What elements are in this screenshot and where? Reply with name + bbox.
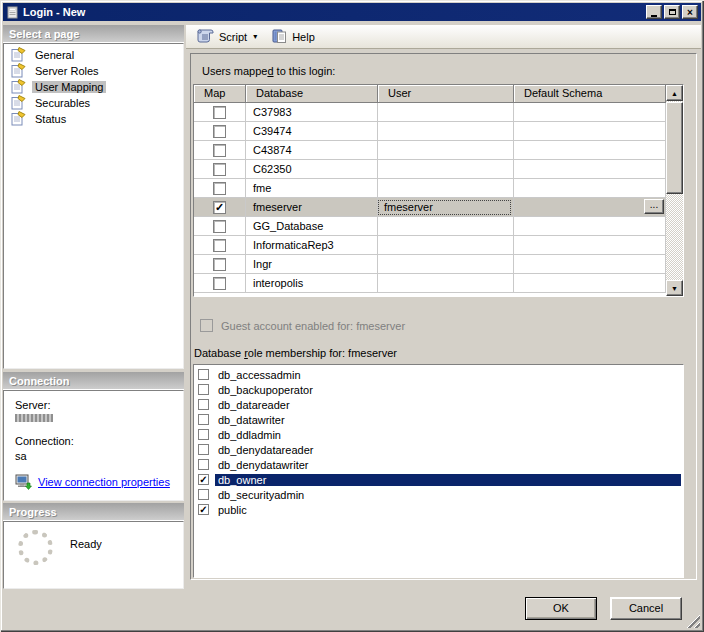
user-edit-cell[interactable]: fmeserver xyxy=(378,200,511,215)
sidebar-item-securables[interactable]: Securables xyxy=(4,95,183,111)
map-checkbox-checked[interactable]: ✓ xyxy=(213,201,226,214)
table-row[interactable]: fme xyxy=(194,179,683,198)
role-item[interactable]: db_securityadmin xyxy=(194,487,683,502)
role-checkbox[interactable] xyxy=(198,399,209,410)
sidebar-item-label: Server Roles xyxy=(32,65,102,77)
page-list: General Server Roles User Mapping Secura… xyxy=(3,43,184,369)
help-button[interactable]: Help xyxy=(267,26,319,48)
column-header-database[interactable]: Database xyxy=(246,85,378,103)
map-checkbox[interactable] xyxy=(213,106,226,119)
database-cell: InformaticaRep3 xyxy=(246,236,378,255)
user-cell[interactable] xyxy=(378,217,514,236)
schema-cell[interactable] xyxy=(514,122,666,141)
map-checkbox[interactable] xyxy=(213,144,226,157)
grid-scrollbar[interactable]: ▲ ▼ xyxy=(666,85,683,296)
script-button[interactable]: Script ▾ xyxy=(193,26,261,47)
role-item[interactable]: db_ddladmin xyxy=(194,427,683,442)
map-checkbox[interactable] xyxy=(213,239,226,252)
role-label: db_backupoperator xyxy=(215,384,316,396)
role-checkbox[interactable] xyxy=(198,444,209,455)
schema-cell[interactable] xyxy=(514,179,666,198)
role-checkbox[interactable] xyxy=(198,429,209,440)
role-checkbox-checked[interactable]: ✓ xyxy=(198,474,209,485)
user-mapping-grid: Map Database User Default Schema C37983 … xyxy=(193,84,684,297)
map-checkbox[interactable] xyxy=(213,163,226,176)
role-membership-list: db_accessadmin db_backupoperator db_data… xyxy=(193,364,684,578)
maximize-button[interactable] xyxy=(664,5,680,19)
user-cell[interactable] xyxy=(378,179,514,198)
ok-button[interactable]: OK xyxy=(525,597,597,620)
schema-cell[interactable] xyxy=(514,274,666,293)
scroll-down-button[interactable]: ▼ xyxy=(666,280,683,296)
user-mapping-page: Users mapped to this login: Map Database… xyxy=(190,53,697,580)
role-item[interactable]: ✓ public xyxy=(194,502,683,517)
schema-cell[interactable] xyxy=(514,103,666,122)
map-checkbox[interactable] xyxy=(213,220,226,233)
map-checkbox[interactable] xyxy=(213,125,226,138)
user-cell[interactable] xyxy=(378,236,514,255)
role-checkbox[interactable] xyxy=(198,459,209,470)
connection-label: Connection: xyxy=(15,435,183,447)
close-button[interactable]: × xyxy=(682,5,698,19)
sidebar-item-general[interactable]: General xyxy=(4,47,183,63)
sidebar-item-server-roles[interactable]: Server Roles xyxy=(4,63,183,79)
column-header-user[interactable]: User xyxy=(378,85,514,103)
column-header-map[interactable]: Map xyxy=(194,85,246,103)
view-connection-properties-link[interactable]: View connection properties xyxy=(38,476,170,488)
sidebar-item-user-mapping[interactable]: User Mapping xyxy=(4,79,183,95)
database-cell: fme xyxy=(246,179,378,198)
table-row[interactable]: C37983 xyxy=(194,103,683,122)
progress-status: Ready xyxy=(70,538,102,588)
role-item[interactable]: db_datareader xyxy=(194,397,683,412)
table-row[interactable]: GG_Database xyxy=(194,217,683,236)
role-item[interactable]: db_accessadmin xyxy=(194,367,683,382)
role-item[interactable]: db_denydatawriter xyxy=(194,457,683,472)
titlebar[interactable]: Login - New × xyxy=(3,3,701,21)
table-row-selected[interactable]: ✓ fmeserver fmeserver ... xyxy=(194,198,683,217)
map-checkbox[interactable] xyxy=(213,182,226,195)
connection-properties-icon xyxy=(15,474,32,492)
browse-schema-button[interactable]: ... xyxy=(644,199,664,214)
role-item[interactable]: db_datawriter xyxy=(194,412,683,427)
user-cell[interactable] xyxy=(378,122,514,141)
column-header-default-schema[interactable]: Default Schema xyxy=(514,85,666,103)
role-checkbox[interactable] xyxy=(198,384,209,395)
cancel-button[interactable]: Cancel xyxy=(610,597,682,620)
user-cell[interactable] xyxy=(378,103,514,122)
user-cell[interactable] xyxy=(378,141,514,160)
table-row[interactable]: C39474 xyxy=(194,122,683,141)
minimize-button[interactable] xyxy=(646,5,662,19)
role-checkbox-checked[interactable]: ✓ xyxy=(198,504,209,515)
role-item-selected[interactable]: ✓ db_owner xyxy=(194,472,683,487)
script-dropdown-arrow-icon[interactable]: ▾ xyxy=(253,32,257,41)
map-checkbox[interactable] xyxy=(213,258,226,271)
user-cell[interactable] xyxy=(378,274,514,293)
database-cell: Ingr xyxy=(246,255,378,274)
schema-cell[interactable] xyxy=(514,141,666,160)
table-row[interactable]: C62350 xyxy=(194,160,683,179)
role-item[interactable]: db_denydatareader xyxy=(194,442,683,457)
table-row[interactable]: C43874 xyxy=(194,141,683,160)
schema-cell[interactable] xyxy=(514,217,666,236)
schema-cell[interactable] xyxy=(514,255,666,274)
role-checkbox[interactable] xyxy=(198,489,209,500)
table-row[interactable]: interopolis xyxy=(194,274,683,293)
table-row[interactable]: InformaticaRep3 xyxy=(194,236,683,255)
help-button-label: Help xyxy=(292,31,315,43)
role-checkbox[interactable] xyxy=(198,369,209,380)
scroll-up-button[interactable]: ▲ xyxy=(666,85,683,101)
user-cell[interactable] xyxy=(378,255,514,274)
role-label: db_securityadmin xyxy=(215,489,307,501)
map-checkbox[interactable] xyxy=(213,277,226,290)
sidebar-item-status[interactable]: Status xyxy=(4,111,183,127)
scrollbar-thumb[interactable] xyxy=(666,102,683,194)
table-row[interactable]: Ingr xyxy=(194,255,683,274)
schema-cell[interactable]: ... xyxy=(514,198,666,217)
role-item[interactable]: db_backupoperator xyxy=(194,382,683,397)
database-cell: C43874 xyxy=(246,141,378,160)
user-cell[interactable] xyxy=(378,160,514,179)
resize-grip[interactable] xyxy=(686,614,700,628)
schema-cell[interactable] xyxy=(514,160,666,179)
schema-cell[interactable] xyxy=(514,236,666,255)
role-checkbox[interactable] xyxy=(198,414,209,425)
